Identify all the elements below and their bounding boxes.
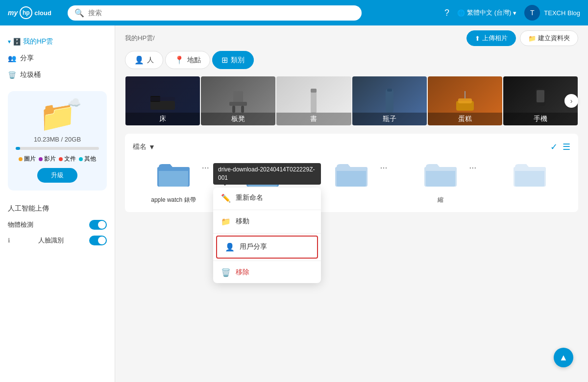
svg-rect-3 xyxy=(233,91,243,103)
sidebar: ▾ 🗄️ 我的HP雲 👥 分享 🗑️ 垃圾桶 📁 ☁️ 10.23MB / 20… xyxy=(0,25,115,382)
context-move[interactable]: 📁 移動 xyxy=(213,211,321,232)
legend-item-docs: 文件 xyxy=(59,155,76,163)
face-detect-label: 人臉識別 xyxy=(38,236,64,245)
context-delete[interactable]: 🗑️ 移除 xyxy=(213,262,321,283)
legend-item-video: 影片 xyxy=(39,155,56,163)
delete-icon: 🗑️ xyxy=(221,268,231,277)
file-item-4[interactable]: ··· 縮 xyxy=(400,160,481,204)
folder-icon xyxy=(156,160,191,193)
category-chair-label: 板凳 xyxy=(201,113,275,125)
legend-dot-images xyxy=(19,157,23,161)
storage-legend: 圖片 影片 文件 其他 xyxy=(16,155,99,163)
svg-rect-9 xyxy=(386,89,393,113)
svg-rect-6 xyxy=(241,106,244,113)
language-button[interactable]: 🌐 繁體中文 (台灣) ▾ xyxy=(457,8,516,17)
chevron-down-icon: ▾ xyxy=(8,38,11,45)
check-view-icon[interactable]: ✓ xyxy=(550,142,558,152)
upgrade-button[interactable]: 升級 xyxy=(37,168,77,183)
svg-rect-8 xyxy=(311,89,317,93)
tab-categories-label: 類別 xyxy=(231,56,245,65)
file-item-5[interactable] xyxy=(489,160,570,204)
scroll-top-icon: ▲ xyxy=(559,353,568,363)
chevron-down-icon: ▾ xyxy=(513,9,516,17)
logo-hp-circle: hp xyxy=(20,6,32,19)
help-icon[interactable]: ? xyxy=(444,8,449,18)
svg-rect-15 xyxy=(537,90,544,102)
upload-button[interactable]: ⬆ 上傳相片 xyxy=(466,30,516,46)
move-icon: 📁 xyxy=(221,217,231,226)
file-name: apple watch 錶帶 xyxy=(151,196,196,204)
filename-sort-label: 檔名 xyxy=(133,143,147,151)
more-options-icon[interactable]: ··· xyxy=(199,162,212,173)
search-input[interactable] xyxy=(88,9,355,17)
cloud-icon: 🗄️ xyxy=(13,38,21,46)
header-actions: ✓ ☰ xyxy=(550,142,570,152)
category-bottle-label: 瓶子 xyxy=(352,113,427,125)
category-cake-label: 蛋糕 xyxy=(428,113,502,125)
category-bottle[interactable]: 瓶子 xyxy=(352,76,427,125)
more-options-icon[interactable]: ··· xyxy=(466,162,479,173)
info-icon: ℹ xyxy=(8,237,10,244)
move-label: 移動 xyxy=(236,217,249,226)
category-pencil[interactable]: 書 xyxy=(276,76,351,125)
storage-bar-fill xyxy=(16,147,20,150)
user-name: TEXCH Blog xyxy=(544,9,580,17)
sidebar-item-my-cloud[interactable]: ▾ 🗄️ 我的HP雲 xyxy=(0,33,115,50)
location-icon: 📍 xyxy=(174,55,184,65)
category-bed-label: 床 xyxy=(125,113,200,125)
file-item-apple-watch[interactable]: ··· apple watch 錶帶 xyxy=(133,160,214,204)
tab-people-label: 人 xyxy=(147,56,154,65)
tab-places[interactable]: 📍 地點 xyxy=(165,51,210,69)
folder-add-icon: 📁 xyxy=(528,35,536,42)
rename-label: 重新命名 xyxy=(236,193,263,202)
language-label: 繁體中文 (台灣) xyxy=(467,8,511,17)
body-detect-row: 物體檢測 xyxy=(0,217,115,233)
search-bar[interactable]: 🔍 xyxy=(68,5,362,21)
file-name: 縮 xyxy=(438,196,443,204)
category-phone-label: 手機 xyxy=(503,113,578,125)
tab-people[interactable]: 👤 人 xyxy=(125,51,163,69)
scroll-top-button[interactable]: ▲ xyxy=(554,348,573,367)
header-right: ? 🌐 繁體中文 (台灣) ▾ T TEXCH Blog xyxy=(444,5,580,21)
search-icon: 🔍 xyxy=(74,8,84,18)
sidebar-item-trash[interactable]: 🗑️ 垃圾桶 xyxy=(0,67,115,83)
list-view-icon[interactable]: ☰ xyxy=(563,142,570,152)
main-content: 我的HP雲/ ⬆ 上傳相片 📁 建立資料夾 👤 人 📍 地點 xyxy=(115,25,588,382)
face-detect-row: ℹ 人臉識別 xyxy=(0,233,115,248)
category-cake[interactable]: 蛋糕 xyxy=(428,76,502,125)
context-tooltip: drive-download-20240414T022229Z-001 xyxy=(213,163,321,185)
tab-categories[interactable]: ⊞ 類別 xyxy=(212,51,254,69)
context-rename[interactable]: ✏️ 重新命名 xyxy=(213,188,321,209)
face-detect-toggle[interactable] xyxy=(89,236,107,245)
category-bed[interactable]: 床 xyxy=(125,76,200,125)
tooltip-text: drive-download-20240414T022229Z-001 xyxy=(218,166,315,181)
legend-label-images: 圖片 xyxy=(24,155,36,163)
cloud-badge-icon: ☁️ xyxy=(68,96,81,109)
legend-dot-video xyxy=(39,157,43,161)
people-icon: 👤 xyxy=(134,55,144,65)
more-options-icon[interactable] xyxy=(563,162,568,164)
logo-cloud: cloud xyxy=(34,9,51,17)
sidebar-item-share[interactable]: 👥 分享 xyxy=(0,50,115,67)
folder-icon xyxy=(334,160,368,193)
storage-card: 📁 ☁️ 10.23MB / 20GB 圖片 影片 文件 xyxy=(8,91,107,191)
context-menu: ✏️ 重新命名 📁 移動 👤 用戶分享 🗑️ xyxy=(213,188,321,283)
category-pencil-label: 書 xyxy=(276,113,351,125)
more-options-icon[interactable]: ··· xyxy=(377,162,390,173)
legend-dot-docs xyxy=(59,157,63,161)
legend-label-docs: 文件 xyxy=(64,155,76,163)
delete-label: 移除 xyxy=(236,268,249,277)
sort-button[interactable]: 檔名 ▼ xyxy=(133,143,155,151)
svg-rect-5 xyxy=(232,106,235,113)
ai-section-label: 人工智能上傳 xyxy=(0,198,115,217)
file-item-3[interactable]: ··· xyxy=(311,160,392,204)
sidebar-share-label: 分享 xyxy=(20,54,34,63)
next-category-arrow[interactable]: › xyxy=(564,94,578,108)
user-area[interactable]: T TEXCH Blog xyxy=(524,5,580,21)
share-label: 用戶分享 xyxy=(240,242,267,251)
category-chair[interactable]: 板凳 xyxy=(201,76,275,125)
storage-folder-icon: 📁 ☁️ xyxy=(39,99,76,134)
create-folder-button[interactable]: 📁 建立資料夾 xyxy=(520,30,578,46)
context-share[interactable]: 👤 用戶分享 xyxy=(216,236,318,259)
body-detect-toggle[interactable] xyxy=(89,220,107,230)
